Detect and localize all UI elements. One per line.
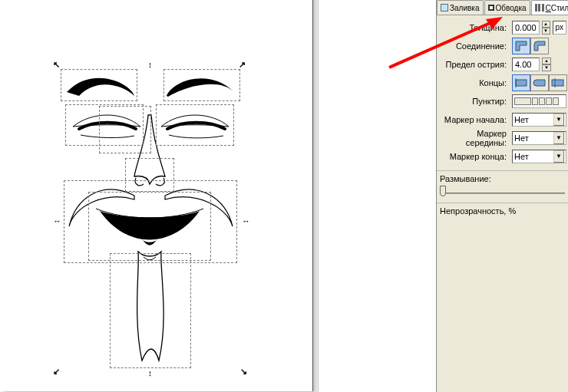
panel-tabs: Заливка Обводка ССтиль обв — [437, 0, 568, 15]
stroke-props: Толщина: 0.000 ▲ ▼ px Соединение: Предел… — [437, 15, 568, 171]
cap-round-button[interactable] — [530, 74, 549, 91]
page: ↖ ↕ ↗ ↔ ↔ ↙ ↕ ↘ — [0, 0, 313, 391]
chevron-down-icon: ▼ — [553, 132, 564, 144]
width-input[interactable]: 0.000 — [512, 21, 540, 35]
scale-handle-se[interactable]: ↘ — [240, 368, 247, 375]
scale-handle-nw[interactable]: ↖ — [53, 61, 60, 68]
join-label: Соединение: — [437, 41, 510, 51]
scale-handle-s[interactable]: ↕ — [147, 370, 154, 377]
tab-label: Заливка — [450, 4, 480, 12]
canvas[interactable]: ↖ ↕ ↗ ↔ ↔ ↙ ↕ ↘ — [0, 0, 319, 392]
cap-square-button[interactable] — [549, 74, 567, 91]
join-miter-button[interactable] — [512, 38, 530, 54]
row-miter: Предел острия: 4.00 ▲ ▼ — [437, 55, 568, 74]
marker-end-label: Маркер конца: — [437, 152, 510, 161]
row-marker-mid: Маркер середины: Нет ▼ — [437, 129, 568, 147]
spin-up-button[interactable]: ▲ — [542, 58, 551, 64]
cap-butt-button[interactable] — [512, 74, 530, 91]
scale-handle-e[interactable]: ↔ — [242, 218, 249, 225]
width-label: Толщина: — [437, 23, 510, 32]
miter-label: Предел острия: — [437, 60, 510, 69]
scale-handle-w[interactable]: ↔ — [53, 218, 60, 225]
spin-up-button[interactable]: ▲ — [542, 21, 550, 28]
cap-butt-icon — [514, 77, 528, 89]
tab-label: Обводка — [496, 4, 527, 12]
blur-slider[interactable] — [440, 186, 565, 196]
scroll-space — [319, 0, 436, 392]
combo-value: Нет — [514, 152, 529, 161]
marker-mid-combo[interactable]: Нет ▼ — [512, 131, 566, 145]
miter-spinner: ▲ ▼ — [542, 58, 551, 71]
scale-handle-sw[interactable]: ↙ — [53, 368, 60, 375]
tab-fill[interactable]: Заливка — [437, 0, 484, 15]
selection-rect — [110, 253, 191, 368]
stroke-swatch-icon — [488, 5, 494, 11]
stroke-style-icon — [535, 4, 544, 12]
svg-rect-2 — [516, 80, 527, 86]
cap-round-icon — [533, 77, 547, 89]
miter-input[interactable]: 4.00 — [512, 58, 540, 71]
width-unit[interactable]: px — [553, 21, 566, 35]
scale-handle-n[interactable]: ↕ — [147, 61, 154, 68]
marker-mid-label: Маркер середины: — [437, 129, 510, 147]
selection-rect — [163, 69, 240, 101]
scale-handle-ne[interactable]: ↗ — [239, 61, 246, 68]
row-join: Соединение: — [437, 37, 568, 55]
row-dash: Пунктир: — [437, 92, 568, 110]
tab-stroke-style[interactable]: ССтиль обв — [531, 0, 568, 15]
marker-start-label: Маркер начала: — [437, 115, 510, 124]
selection-rect — [99, 106, 151, 153]
width-spinner: ▲ ▼ — [542, 21, 550, 35]
selection-rect — [88, 192, 211, 261]
blur-label: Размывание: — [440, 174, 565, 183]
join-miter-icon — [514, 40, 528, 52]
cap-square-icon — [551, 77, 565, 89]
slider-thumb[interactable] — [440, 186, 446, 196]
caps-label: Концы: — [437, 78, 510, 87]
chevron-down-icon: ▼ — [553, 150, 564, 163]
row-width: Толщина: 0.000 ▲ ▼ px — [437, 18, 568, 37]
fill-swatch-icon — [441, 4, 448, 12]
svg-rect-4 — [552, 80, 563, 86]
tab-label: ССтиль обв — [546, 4, 568, 12]
selection-rect — [156, 104, 234, 146]
selection-rect — [61, 69, 137, 101]
row-marker-end: Маркер конца: Нет ▼ — [437, 147, 568, 166]
combo-value: Нет — [514, 115, 529, 124]
join-round-icon — [533, 40, 547, 52]
blur-section: Размывание: — [437, 171, 568, 203]
tab-stroke[interactable]: Обводка — [484, 0, 530, 15]
spin-down-button[interactable]: ▼ — [542, 28, 550, 35]
opacity-section: Непрозрачность, % — [437, 203, 568, 224]
row-marker-start: Маркер начала: Нет ▼ — [437, 110, 568, 129]
combo-value: Нет — [514, 133, 529, 143]
marker-end-combo[interactable]: Нет ▼ — [512, 150, 566, 163]
dash-control[interactable] — [512, 94, 566, 108]
spin-down-button[interactable]: ▼ — [542, 64, 551, 71]
chevron-down-icon: ▼ — [553, 114, 564, 126]
join-round-button[interactable] — [530, 38, 549, 54]
row-caps: Концы: — [437, 74, 568, 92]
fill-stroke-panel: Заливка Обводка ССтиль обв Толщина: 0.00… — [436, 0, 568, 392]
marker-start-combo[interactable]: Нет ▼ — [512, 113, 566, 127]
opacity-label: Непрозрачность, % — [440, 206, 565, 216]
drawing: ↖ ↕ ↗ ↔ ↔ ↙ ↕ ↘ — [19, 38, 296, 384]
dash-label: Пунктир: — [437, 97, 510, 106]
